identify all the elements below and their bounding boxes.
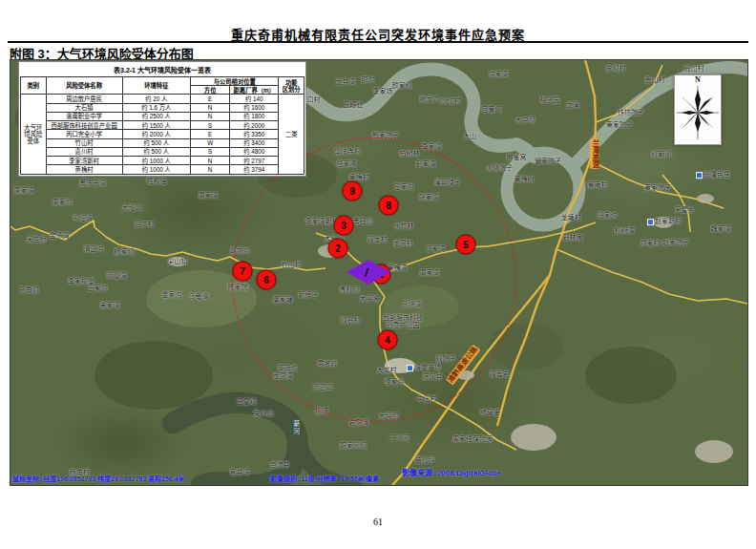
cell-feature: 约 500 人 (122, 147, 191, 156)
header-rule (8, 41, 748, 43)
cell-name: 嘉川村 (46, 147, 122, 156)
receptor-table-panel: 表3.2-1 大气环境风险受体一览表 类别 风险受体名称 环境特征 与公司相对位… (18, 61, 306, 177)
receptor-marker-4: 4 (378, 330, 398, 350)
cell-direction: E (191, 130, 230, 138)
north-label: N (675, 75, 721, 84)
table-row: 西部服饰科技创意产业园约 1500 人S约 2000 (21, 121, 304, 130)
imagery-level-text: 影像级别: 11级 分辨率: 19.57米/像素 (270, 474, 379, 483)
col-header-zone: 功能 区划分 (279, 77, 304, 95)
cell-distance: 约 1600 (230, 103, 279, 112)
table-row: 大气环境风险受体周边散户居民约 20 人E约 140二类 (21, 95, 304, 103)
receptor-marker-2: 2 (328, 239, 348, 259)
cell-distance: 约 3794 (230, 165, 279, 174)
cell-distance: 约 140 (230, 95, 279, 103)
cell-name: 周边散户居民 (46, 95, 122, 103)
cell-feature: 约 2000 人 (122, 130, 191, 138)
cell-distance: 约 3400 (230, 138, 279, 147)
col-header-category: 类别 (21, 77, 47, 95)
table-row: 渝南职业中学约 2500 人N约 1800 (21, 112, 304, 120)
cell-feature: 约 1500 人 (122, 121, 191, 130)
cell-name: 李家湾新村 (46, 157, 122, 165)
cell-direction: E (191, 95, 230, 103)
receptor-marker-6: 6 (257, 270, 277, 290)
cell-name: 黄桷村 (46, 165, 122, 174)
cell-direction: S (191, 121, 230, 130)
expressway-label: 兰海高速 (590, 138, 599, 169)
table-row: 大石镇约 1.6 万人N约 1600 (21, 103, 304, 112)
table-title: 表3.2-1 大气环境风险受体一览表 (20, 65, 304, 74)
receptor-marker-9: 9 (343, 181, 363, 201)
cell-name: 西部服饰科技创意产业园 (46, 121, 122, 130)
page-number: 61 (0, 517, 756, 527)
cell-distance: 约 1800 (230, 112, 279, 120)
receptor-marker-7: 7 (233, 262, 253, 282)
wind-rose: N (674, 74, 722, 145)
table-row: 嘉川村约 500 人S约 4800 (21, 147, 304, 156)
cell-direction: N (191, 103, 230, 112)
cell-distance: 约 2000 (230, 121, 279, 130)
col-header-distance: 距离厂界（m） (230, 86, 279, 95)
col-header-position: 与公司相对位置 (191, 77, 279, 86)
table-row: 李家湾新村约 1000 人N约 2797 (21, 157, 304, 165)
cell-distance: 约 2797 (230, 157, 279, 165)
table-row: 竹山村约 500 人W约 3400 (21, 138, 304, 147)
cell-direction: N (191, 112, 230, 120)
receptor-table-body: 大气环境风险受体周边散户居民约 20 人E约 140二类大石镇约 1.6 万人N… (21, 95, 304, 174)
table-row: 黄桷村约 1000 人N约 3794 (21, 165, 304, 174)
mouse-coordinates-text: 鼠标坐标: 经度106.0852793 纬度29.0882793 高程256.4… (12, 474, 185, 483)
wind-rose-glyph (675, 84, 721, 143)
cell-distance: 约 3350 (230, 130, 279, 138)
cell-feature: 约 1000 人 (122, 157, 191, 165)
receptor-table: 类别 风险受体名称 环境特征 与公司相对位置 功能 区划分 方位 距离厂界（m）… (20, 76, 304, 175)
cell-name: 竹山村 (46, 138, 122, 147)
cell-direction: N (191, 157, 230, 165)
zone-cell: 二类 (279, 95, 304, 174)
imagery-source-text: 影像来源: 2008 DigitalGlobe (402, 467, 501, 477)
col-header-direction: 方位 (191, 86, 230, 95)
cell-name: 大石镇 (46, 103, 122, 112)
receptor-marker-8: 8 (379, 196, 399, 216)
category-cell: 大气环境风险受体 (21, 95, 47, 174)
cell-direction: S (191, 147, 230, 156)
cell-name: 渝南职业中学 (46, 112, 122, 120)
cell-direction: W (191, 138, 230, 147)
cell-feature: 约 1000 人 (122, 165, 191, 174)
receptor-marker-5: 5 (456, 235, 476, 255)
col-header-name: 风险受体名称 (46, 77, 122, 95)
cell-feature: 约 2500 人 (122, 112, 191, 120)
cell-feature: 约 500 人 (122, 138, 191, 147)
cell-feature: 约 1.6 万人 (122, 103, 191, 112)
receptor-marker-3: 3 (334, 216, 354, 236)
col-header-feature: 环境特征 (122, 77, 191, 95)
cell-direction: N (191, 165, 230, 174)
map-canvas: 龙井湾铜沟颜家坝李家场窝口村三眼仓狮龙穴沙沱村洪家湾芭蕉门大中坝大山殷家院子李家… (10, 59, 748, 486)
cell-distance: 约 4800 (230, 147, 279, 156)
cell-name: 丙口完全小学 (46, 130, 122, 138)
table-row: 丙口完全小学约 2000 人E约 3350 (21, 130, 304, 138)
cell-feature: 约 20 人 (122, 95, 191, 103)
document-page: 重庆奇甫机械有限责任公司突发环境事件应急预案 附图 3：大气环境风险受体分布图 (0, 0, 756, 549)
